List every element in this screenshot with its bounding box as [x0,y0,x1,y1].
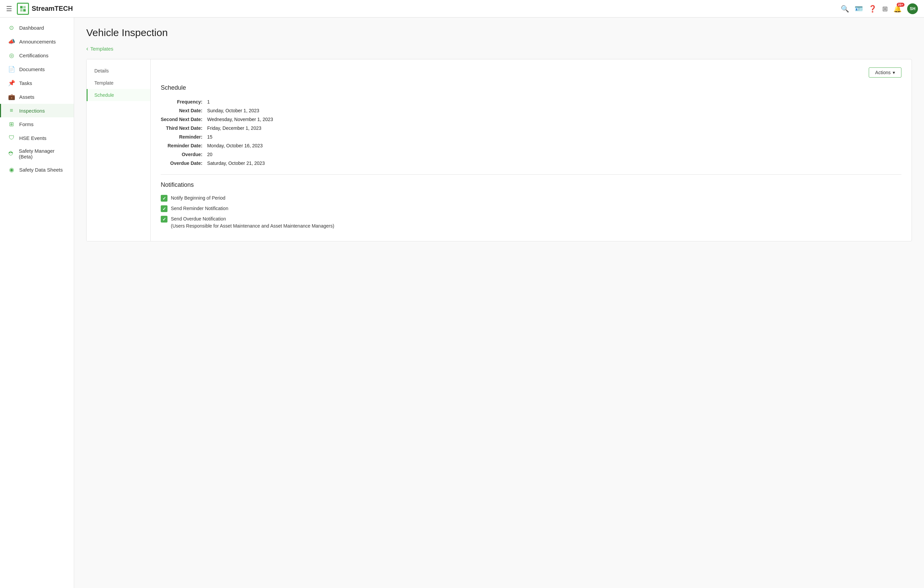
actions-chevron-icon: ▾ [893,70,895,75]
sidebar-item-announcements[interactable]: 📣 Announcements [0,35,74,48]
detail-panel: Actions ▾ Schedule Frequency: 1 Next Dat… [151,59,912,241]
certifications-icon: ◎ [8,52,15,59]
notification-badge: 25+ [897,3,904,7]
grid-icon[interactable]: ⊞ [882,5,888,13]
send-overdue-label: Send Overdue Notification(Users Responsi… [171,215,334,230]
breadcrumb: ‹ Templates [86,45,912,52]
sidebar-item-dashboard[interactable]: ⊙ Dashboard [0,21,74,35]
second-next-date-value: Wednesday, November 1, 2023 [207,115,273,124]
notifications-title: Notifications [161,182,901,188]
sidebar-label-assets: Assets [19,94,35,100]
frequency-label: Frequency: [161,97,207,106]
safety-manager-icon: ⛑ [8,150,15,157]
tasks-icon: 📌 [8,79,15,87]
list-item: Notify Beginning of Period [161,195,901,202]
sidebar: ⊙ Dashboard 📣 Announcements ◎ Certificat… [0,18,74,588]
assets-icon: 💼 [8,93,15,101]
overdue-date-label: Overdue Date: [161,159,207,168]
overdue-date-value: Saturday, October 21, 2023 [207,159,273,168]
sidebar-item-hse-events[interactable]: 🛡 HSE Events [0,131,74,145]
sidebar-label-safety-manager: Safety Manager (Beta) [19,148,67,160]
table-row: Second Next Date: Wednesday, November 1,… [161,115,273,124]
sidebar-label-forms: Forms [19,121,34,127]
next-date-label: Next Date: [161,106,207,115]
send-reminder-label: Send Reminder Notification [171,205,228,212]
logo-icon [17,3,29,15]
top-navigation: ☰ StreamTECH 🔍 🪪 ❓ ⊞ 🔔 25+ SH [0,0,924,18]
svg-rect-0 [20,6,23,8]
table-row: Frequency: 1 [161,97,273,106]
side-menu-schedule[interactable]: Schedule [87,89,150,101]
bell-icon[interactable]: 🔔 25+ [893,5,902,13]
notifications-section: Notifications Notify Beginning of Period… [161,182,901,230]
avatar[interactable]: SH [907,3,918,14]
sidebar-label-inspections: Inspections [19,108,45,114]
app-name-label: StreamTECH [32,5,73,13]
next-date-value: Sunday, October 1, 2023 [207,106,273,115]
section-divider [161,174,901,175]
side-menu: Details Template Schedule [87,59,151,241]
sidebar-item-forms[interactable]: ⊞ Forms [0,117,74,131]
side-menu-template[interactable]: Template [87,77,150,89]
reminder-label: Reminder: [161,132,207,141]
schedule-grid: Frequency: 1 Next Date: Sunday, October … [161,97,273,168]
sidebar-label-certifications: Certifications [19,53,48,58]
forms-icon: ⊞ [8,121,15,128]
actions-button-label: Actions [875,70,891,75]
sidebar-item-certifications[interactable]: ◎ Certifications [0,48,74,63]
second-next-date-label: Second Next Date: [161,115,207,124]
breadcrumb-back-arrow[interactable]: ‹ [86,45,88,52]
sidebar-item-safety-manager[interactable]: ⛑ Safety Manager (Beta) [0,145,74,163]
announcements-icon: 📣 [8,38,15,45]
notify-beginning-label: Notify Beginning of Period [171,195,226,202]
breadcrumb-templates-link[interactable]: Templates [90,46,113,51]
schedule-title: Schedule [161,84,901,91]
sidebar-label-safety-data-sheets: Safety Data Sheets [19,167,63,173]
list-item: Send Overdue Notification(Users Responsi… [161,215,901,230]
app-logo: StreamTECH [17,3,73,15]
sidebar-item-inspections[interactable]: ≡ Inspections [0,104,74,117]
inspections-icon: ≡ [8,107,15,114]
svg-rect-2 [20,9,23,11]
table-row: Overdue: 20 [161,150,273,159]
third-next-date-value: Friday, December 1, 2023 [207,124,273,132]
sidebar-label-dashboard: Dashboard [19,25,44,31]
dashboard-icon: ⊙ [8,24,15,31]
search-icon[interactable]: 🔍 [841,5,849,13]
frequency-value: 1 [207,97,273,106]
sidebar-item-tasks[interactable]: 📌 Tasks [0,76,74,90]
send-overdue-checkbox[interactable] [161,216,167,223]
content-area: Details Template Schedule Actions ▾ Sche… [86,59,912,241]
sidebar-label-documents: Documents [19,66,45,72]
main-content: Vehicle Inspection ‹ Templates Details T… [74,18,924,588]
sidebar-label-announcements: Announcements [19,39,56,45]
sidebar-item-documents[interactable]: 📄 Documents [0,63,74,76]
actions-row: Actions ▾ [161,68,901,78]
sidebar-label-tasks: Tasks [19,80,32,86]
sidebar-item-safety-data-sheets[interactable]: ◉ Safety Data Sheets [0,163,74,177]
safety-data-sheets-icon: ◉ [8,166,15,173]
id-card-icon[interactable]: 🪪 [855,5,863,13]
actions-button[interactable]: Actions ▾ [869,68,901,78]
svg-rect-1 [23,6,26,8]
table-row: Reminder: 15 [161,132,273,141]
table-row: Reminder Date: Monday, October 16, 2023 [161,141,273,150]
list-item: Send Reminder Notification [161,205,901,212]
svg-rect-3 [23,9,26,11]
help-icon[interactable]: ❓ [868,5,877,13]
send-reminder-checkbox[interactable] [161,205,167,212]
table-row: Third Next Date: Friday, December 1, 202… [161,124,273,132]
reminder-value: 15 [207,132,273,141]
third-next-date-label: Third Next Date: [161,124,207,132]
sidebar-label-hse-events: HSE Events [19,135,46,141]
table-row: Next Date: Sunday, October 1, 2023 [161,106,273,115]
notify-beginning-checkbox[interactable] [161,195,167,202]
sidebar-item-assets[interactable]: 💼 Assets [0,90,74,104]
hamburger-menu-icon[interactable]: ☰ [6,5,12,13]
documents-icon: 📄 [8,66,15,73]
reminder-date-label: Reminder Date: [161,141,207,150]
table-row: Overdue Date: Saturday, October 21, 2023 [161,159,273,168]
reminder-date-value: Monday, October 16, 2023 [207,141,273,150]
overdue-value: 20 [207,150,273,159]
side-menu-details[interactable]: Details [87,65,150,77]
